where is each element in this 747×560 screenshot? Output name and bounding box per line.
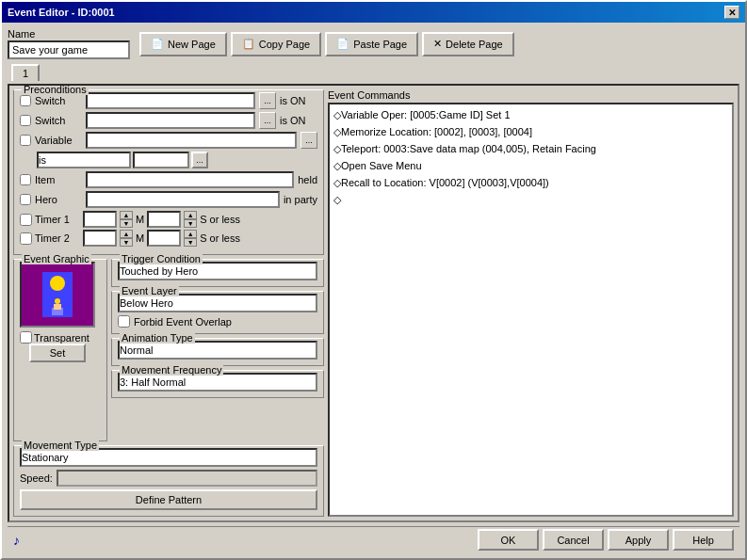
s-or-less-2: S or less xyxy=(200,232,240,244)
variable-input[interactable] xyxy=(86,132,297,149)
timer2-label: Timer 2 xyxy=(35,232,80,244)
variable-val-btn[interactable]: ... xyxy=(191,152,208,168)
switch2-input[interactable] xyxy=(86,112,255,129)
close-button[interactable]: ✕ xyxy=(724,6,739,19)
set-button[interactable]: Set xyxy=(29,344,86,362)
help-button[interactable]: Help xyxy=(673,529,734,551)
timer2-sec-down[interactable]: ▼ xyxy=(184,238,197,247)
switch1-label: Switch xyxy=(35,95,82,106)
transparent-row: Transparent xyxy=(20,331,101,344)
trigger-condition-group: Trigger Condition Touched by Hero Action… xyxy=(111,259,324,287)
timer1-sec-spinner: ▲ ▼ xyxy=(184,211,197,228)
name-label: Name xyxy=(8,28,130,40)
right-panel: Event Commands ◇Variable Oper: [0005:Gam… xyxy=(328,89,734,517)
timer2-min-up[interactable]: ▲ xyxy=(120,230,133,238)
speed-label: Speed: xyxy=(20,472,53,484)
name-group: Name xyxy=(8,28,130,59)
timer1-min-up[interactable]: ▲ xyxy=(120,211,133,219)
movement-type-row: Stationary Random Vertical Horizontal To… xyxy=(20,448,317,467)
variable-op-select[interactable]: is xyxy=(37,152,131,168)
timer2-sec-input[interactable] xyxy=(147,230,181,247)
list-item: ◇Open Save Menu xyxy=(332,157,730,174)
trigger-condition-select[interactable]: Touched by Hero Action Button Touched He… xyxy=(118,262,317,280)
hero-checkbox[interactable] xyxy=(20,194,31,205)
cancel-button[interactable]: Cancel xyxy=(543,529,604,551)
svg-rect-1 xyxy=(54,304,61,310)
variable-combo-row: is ... xyxy=(20,152,317,168)
bottom-left: Event Graphic xyxy=(13,259,324,441)
switch2-label: Switch xyxy=(35,115,82,126)
delete-page-button[interactable]: ✕ Delete Page xyxy=(422,32,514,56)
is-on-1: is ON xyxy=(280,95,317,106)
timer1-min-down[interactable]: ▼ xyxy=(120,219,133,228)
list-item: ◇Variable Oper: [0005:Game ID] Set 1 xyxy=(332,106,730,123)
switch1-input[interactable] xyxy=(86,92,255,109)
hero-select[interactable] xyxy=(86,191,280,208)
speed-row: Speed: xyxy=(20,470,317,487)
trigger-condition-label: Trigger Condition xyxy=(120,253,203,264)
switch1-checkbox[interactable] xyxy=(20,95,31,106)
list-item: ◇Teleport: 0003:Save data map (004,005),… xyxy=(332,140,730,157)
item-label: Item xyxy=(35,174,82,185)
status-bar: ♪ OK Cancel Apply Help xyxy=(8,526,739,552)
timer2-row: Timer 2 ▲ ▼ M ▲ ▼ S or less xyxy=(20,230,317,247)
hero-label: Hero xyxy=(35,194,82,205)
timer1-min-input[interactable] xyxy=(83,211,117,228)
timer2-checkbox[interactable] xyxy=(20,232,32,245)
animation-type-group: Animation Type Normal Spin Fixed xyxy=(111,338,324,366)
item-select[interactable] xyxy=(86,171,294,188)
define-pattern-button[interactable]: Define Pattern xyxy=(20,489,317,510)
variable-btn[interactable]: ... xyxy=(300,132,317,149)
event-layer-select[interactable]: Below Hero Same as Hero Above Hero xyxy=(118,294,317,312)
speed-select[interactable] xyxy=(57,470,317,487)
preconditions-group: Preconditions Switch ... is ON Switch xyxy=(13,89,324,255)
animation-type-select[interactable]: Normal Spin Fixed xyxy=(118,341,317,360)
timer2-min-down[interactable]: ▼ xyxy=(120,238,133,247)
animation-type-label: Animation Type xyxy=(120,332,195,344)
timer2-min-input[interactable] xyxy=(83,230,117,247)
new-page-button[interactable]: 📄 New Page xyxy=(139,32,227,56)
timer1-sec-input[interactable] xyxy=(147,211,181,228)
sprite-icon xyxy=(48,298,67,317)
held-label: held xyxy=(298,174,317,185)
variable-label: Variable xyxy=(35,135,82,146)
event-commands-list[interactable]: ◇Variable Oper: [0005:Game ID] Set 1 ◇Me… xyxy=(328,103,734,517)
item-checkbox[interactable] xyxy=(20,174,31,185)
timer1-sec-down[interactable]: ▼ xyxy=(184,219,197,228)
switch1-btn[interactable]: ... xyxy=(259,92,276,109)
title-bar: Event Editor - ID:0001 ✕ xyxy=(2,2,745,23)
timer1-checkbox[interactable] xyxy=(20,214,32,226)
hero-row: Hero in party xyxy=(20,191,317,208)
is-on-2: is ON xyxy=(280,115,317,126)
forbid-label: Forbid Event Overlap xyxy=(134,316,232,328)
ok-button[interactable]: OK xyxy=(478,529,539,551)
top-row: Name 📄 New Page 📋 Copy Page 📄 Paste Page… xyxy=(8,28,739,59)
paste-page-icon: 📄 xyxy=(336,38,349,50)
timer2-min-spinner: ▲ ▼ xyxy=(120,230,133,247)
s-or-less-1: S or less xyxy=(200,214,240,225)
movement-frequency-group: Movement Frequency 1: Much Slower 2: Slo… xyxy=(111,370,324,398)
paste-page-button[interactable]: 📄 Paste Page xyxy=(325,32,418,56)
switch2-checkbox[interactable] xyxy=(20,115,31,126)
timer1-sec-up[interactable]: ▲ xyxy=(184,211,197,219)
transparent-checkbox[interactable] xyxy=(20,331,32,344)
event-graphic-group: Event Graphic xyxy=(13,259,107,441)
apply-button[interactable]: Apply xyxy=(608,529,669,551)
movement-frequency-select[interactable]: 1: Much Slower 2: Slower 3: Half Normal … xyxy=(118,373,317,392)
variable-val-input[interactable] xyxy=(133,152,189,168)
switch2-btn[interactable]: ... xyxy=(259,112,276,129)
forbid-checkbox[interactable] xyxy=(118,315,130,328)
timer1-row: Timer 1 ▲ ▼ M ▲ ▼ S or less xyxy=(20,211,317,228)
copy-page-button[interactable]: 📋 Copy Page xyxy=(231,32,321,56)
tab-strip: 1 xyxy=(8,63,739,80)
timer2-sec-spinner: ▲ ▼ xyxy=(184,230,197,247)
list-item: ◇Memorize Location: [0002], [0003], [000… xyxy=(332,123,730,140)
movement-type-select[interactable]: Stationary Random Vertical Horizontal To… xyxy=(20,448,317,467)
tab-1[interactable]: 1 xyxy=(11,64,40,81)
forbid-row: Forbid Event Overlap xyxy=(118,315,317,328)
variable-checkbox[interactable] xyxy=(20,135,31,146)
new-page-icon: 📄 xyxy=(151,38,164,50)
movement-type-group: Movement Type Stationary Random Vertical… xyxy=(13,445,324,517)
timer2-sec-up[interactable]: ▲ xyxy=(184,230,197,238)
name-input[interactable] xyxy=(8,40,130,59)
